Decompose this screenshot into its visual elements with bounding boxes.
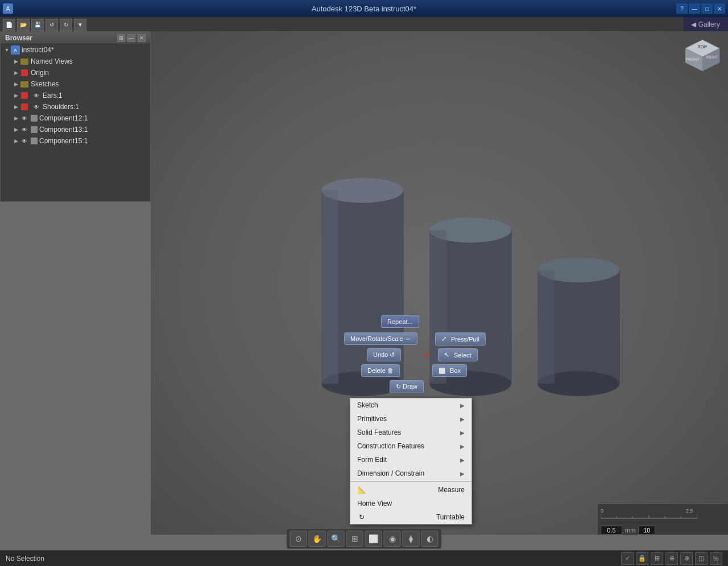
tree-label-comp15: Component15:1 (39, 137, 88, 145)
dropdown-arrow[interactable]: ▼ (74, 19, 86, 31)
tree-toggle-comp13[interactable]: ▶ (12, 126, 20, 134)
browser-close-button[interactable]: ✕ (138, 34, 146, 42)
primitives-arrow: ▶ (460, 416, 465, 422)
construction-features-arrow: ▶ (460, 443, 465, 450)
open-button[interactable]: 📂 (17, 19, 30, 31)
view-cube[interactable]: TOP FRONT RIGHT (682, 37, 722, 77)
checkmark-status-button[interactable]: ✓ (621, 552, 634, 565)
press-pull-button[interactable]: ⤢ Press/Pull (435, 332, 486, 346)
snap-status-button[interactable]: ⊕ (665, 552, 678, 565)
delete-button[interactable]: Delete 🗑 (361, 364, 400, 377)
tree-item-named-views[interactable]: ▶ Named Views (1, 56, 150, 67)
perspective-button[interactable]: ⧫ (403, 531, 420, 547)
app-logo: A (3, 3, 13, 14)
browser-header: Browser ⊞ — ✕ (1, 32, 150, 44)
named-views-icon (20, 57, 29, 66)
percent-status-button[interactable]: % (710, 552, 722, 565)
measure-label: Measure (438, 486, 465, 494)
select-icon: ↖ (444, 351, 449, 359)
move-rotate-button[interactable]: Move/Rotate/Scale ↔ (344, 332, 417, 345)
menu-item-sketch[interactable]: Sketch ▶ (350, 398, 471, 412)
sketch-arrow: ▶ (460, 402, 465, 409)
tree-toggle-named-views[interactable]: ▶ (12, 57, 20, 65)
folder-icon (20, 59, 28, 65)
form-edit-arrow: ▶ (460, 457, 465, 463)
lock-status-button[interactable]: 🔒 (636, 552, 648, 565)
menu-item-construction-features[interactable]: Construction Features ▶ (350, 439, 471, 453)
gallery-bar[interactable]: ◀ Gallery (682, 17, 728, 31)
pan-button[interactable]: ✋ (309, 531, 326, 547)
menu-separator (350, 481, 471, 482)
fit-button[interactable]: ⊞ (346, 531, 363, 547)
tree-toggle-origin[interactable]: ▶ (12, 69, 20, 77)
save-button[interactable]: 💾 (31, 19, 44, 31)
menu-item-primitives[interactable]: Primitives ▶ (350, 412, 471, 426)
shoulders-red-icon (20, 102, 29, 111)
new-button[interactable]: 📄 (3, 19, 15, 31)
orbit-button[interactable]: ⊙ (290, 531, 307, 547)
close-button[interactable]: ✕ (714, 3, 725, 14)
tree-item-shoulders[interactable]: ▶ 👁 Shoulders:1 (1, 101, 150, 113)
select-button[interactable]: ↖ Select (438, 348, 478, 361)
tree-toggle-comp15[interactable]: ▶ (12, 137, 20, 145)
render-button[interactable]: ◐ (421, 531, 439, 547)
menu-item-measure[interactable]: 📐 Measure (350, 483, 471, 497)
delete-label: Delete 🗑 (367, 367, 394, 374)
redo-button[interactable]: ↻ (60, 19, 72, 31)
solid-features-label: Solid Features (357, 428, 401, 436)
maximize-button[interactable]: □ (701, 3, 713, 14)
ears-eye-icon: 👁 (32, 91, 41, 100)
tree-toggle-root[interactable]: ▼ (3, 46, 11, 54)
minimize-button[interactable]: — (689, 3, 700, 14)
grid-status-button[interactable]: ⊞ (651, 552, 663, 565)
tree-item-comp13[interactable]: ▶ 👁 Component13:1 (1, 124, 150, 135)
tree-toggle-comp12[interactable]: ▶ (12, 114, 20, 122)
turntable-icon: ↻ (357, 513, 366, 521)
ruler-svg: 0 2.5 (601, 507, 697, 524)
tree-item-sketches[interactable]: ▶ Sketches (1, 78, 150, 90)
view-toggle-button[interactable]: ⬜ (365, 531, 382, 547)
browser-tile-button[interactable]: ⊞ (117, 34, 125, 42)
menu-item-dimension-constrain[interactable]: Dimension / Constrain ▶ (350, 467, 471, 480)
undo-quick-button[interactable]: ↺ (46, 19, 58, 31)
shoulders-eye-icon: 👁 (32, 102, 41, 111)
svg-text:FRONT: FRONT (686, 57, 700, 61)
coord-status-button[interactable]: ⊗ (680, 552, 693, 565)
browser-min-button[interactable]: — (127, 34, 135, 42)
tree-item-comp12[interactable]: ▶ 👁 Component12:1 (1, 113, 150, 124)
tree-toggle-sketches[interactable]: ▶ (12, 80, 20, 88)
material-status-button[interactable]: ◫ (695, 552, 708, 565)
press-pull-label: Press/Pull (451, 336, 479, 343)
shading-button[interactable]: ◉ (384, 531, 401, 547)
tree-toggle-shoulders[interactable]: ▶ (12, 103, 20, 111)
app-title: Autodesk 123D Beta instruct04* (312, 5, 416, 13)
tree-item-comp15[interactable]: ▶ 👁 Component15:1 (1, 135, 150, 147)
help-button[interactable]: ? (676, 3, 688, 14)
repeat-button[interactable]: Repeat... (381, 315, 419, 328)
tree-toggle-ears[interactable]: ▶ (12, 91, 20, 99)
menu-item-home-view[interactable]: Home View (350, 497, 471, 510)
menu-item-turntable[interactable]: ↻ Turntable (350, 510, 471, 524)
menu-item-form-edit[interactable]: Form Edit ▶ (350, 453, 471, 467)
zoom-button[interactable]: 🔍 (328, 531, 345, 547)
menu-item-solid-features[interactable]: Solid Features ▶ (350, 426, 471, 439)
browser-panel: Browser ⊞ — ✕ ▼ A instruct04* ▶ Named Vi… (0, 31, 151, 202)
tree-item-ears[interactable]: ▶ 👁 Ears:1 (1, 90, 150, 101)
ears-red-icon (20, 91, 29, 100)
box-button[interactable]: ⬜ Box (432, 364, 467, 377)
form-edit-label: Form Edit (357, 456, 387, 464)
browser-title: Browser (5, 34, 32, 42)
comp15-eye-icon: 👁 (20, 136, 29, 145)
dropdown-menu: Sketch ▶ Primitives ▶ Solid Features ▶ C… (350, 398, 472, 525)
comp15-box-icon (31, 138, 38, 144)
tree-item-root[interactable]: ▼ A instruct04* (1, 44, 150, 56)
viewport-3d[interactable]: TOP FRONT RIGHT Repeat... Move/Rotate/Sc… (151, 31, 728, 535)
tree-label-sketches: Sketches (31, 80, 59, 88)
tree-item-origin[interactable]: ▶ Origin (1, 67, 150, 78)
draw-button[interactable]: ↻ Draw (390, 380, 424, 393)
sketches-folder-icon (20, 80, 29, 89)
status-icons: ✓ 🔒 ⊞ ⊕ ⊗ ◫ % (621, 552, 722, 565)
measure-icon: 📐 (357, 486, 366, 494)
tree-label-named-views: Named Views (31, 57, 73, 65)
undo-context-button[interactable]: Undo ↺ (367, 348, 401, 361)
